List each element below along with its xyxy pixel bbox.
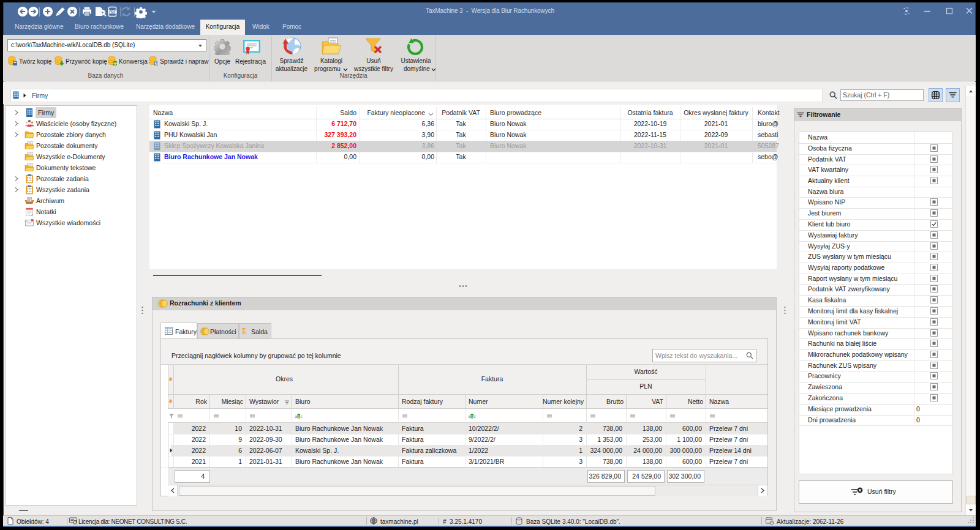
svg-text:c: c xyxy=(474,414,477,419)
svg-text:PDF: PDF xyxy=(109,10,116,13)
svg-text:a: a xyxy=(469,414,471,419)
svg-text:a: a xyxy=(295,414,298,419)
svg-text:c: c xyxy=(301,414,303,419)
